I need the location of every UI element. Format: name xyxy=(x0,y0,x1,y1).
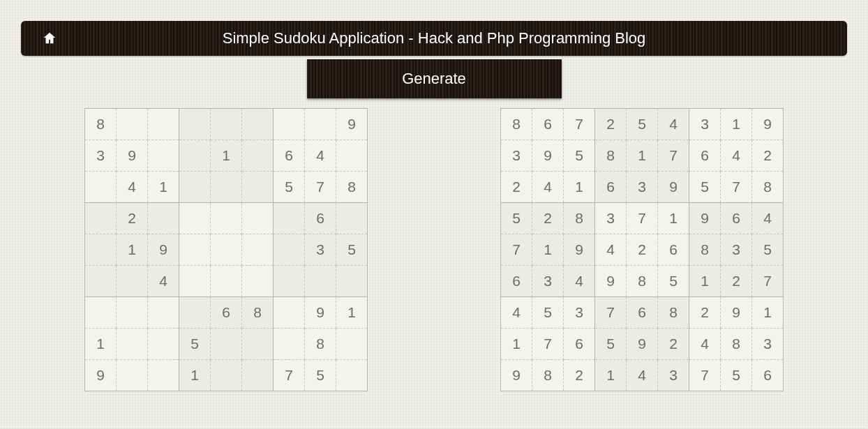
puzzle-cell[interactable] xyxy=(179,109,211,140)
puzzle-cell[interactable] xyxy=(117,297,148,329)
puzzle-cell[interactable] xyxy=(274,297,305,329)
puzzle-cell[interactable] xyxy=(336,360,368,391)
puzzle-cell[interactable] xyxy=(211,234,242,266)
puzzle-cell[interactable] xyxy=(117,266,148,297)
puzzle-cell[interactable] xyxy=(85,234,117,266)
puzzle-cell[interactable]: 1 xyxy=(336,297,368,329)
puzzle-cell[interactable]: 8 xyxy=(336,172,368,203)
puzzle-cell[interactable]: 5 xyxy=(274,172,305,203)
puzzle-cell[interactable]: 9 xyxy=(148,234,179,266)
solution-cell: 5 xyxy=(752,234,784,266)
solution-cell: 3 xyxy=(689,109,721,140)
puzzle-cell[interactable] xyxy=(305,109,336,140)
puzzle-cell[interactable] xyxy=(274,109,305,140)
puzzle-cell[interactable] xyxy=(211,203,242,234)
puzzle-cell[interactable]: 9 xyxy=(117,140,148,172)
puzzle-cell[interactable]: 8 xyxy=(85,109,117,140)
solution-cell: 3 xyxy=(564,297,595,329)
puzzle-cell[interactable]: 3 xyxy=(85,140,117,172)
puzzle-cell[interactable]: 9 xyxy=(305,297,336,329)
puzzle-cell[interactable]: 1 xyxy=(117,234,148,266)
puzzle-cell[interactable] xyxy=(274,329,305,360)
puzzle-cell[interactable] xyxy=(274,203,305,234)
puzzle-cell[interactable] xyxy=(336,329,368,360)
puzzle-cell[interactable] xyxy=(85,203,117,234)
solution-cell: 2 xyxy=(595,109,627,140)
puzzle-cell[interactable]: 4 xyxy=(148,266,179,297)
puzzle-cell[interactable] xyxy=(148,140,179,172)
puzzle-cell[interactable] xyxy=(211,266,242,297)
puzzle-cell[interactable] xyxy=(242,203,274,234)
puzzle-cell[interactable] xyxy=(211,360,242,391)
puzzle-cell[interactable] xyxy=(148,203,179,234)
solution-cell: 5 xyxy=(689,172,721,203)
puzzle-cell[interactable] xyxy=(179,297,211,329)
puzzle-cell[interactable]: 8 xyxy=(305,329,336,360)
solution-cell: 2 xyxy=(501,172,532,203)
puzzle-cell[interactable] xyxy=(242,172,274,203)
puzzle-cell[interactable]: 4 xyxy=(117,172,148,203)
solution-cell: 7 xyxy=(595,297,627,329)
puzzle-cell[interactable] xyxy=(242,109,274,140)
puzzle-cell[interactable] xyxy=(179,172,211,203)
puzzle-cell[interactable] xyxy=(85,297,117,329)
solution-cell: 1 xyxy=(564,172,595,203)
puzzle-cell[interactable]: 9 xyxy=(336,109,368,140)
puzzle-cell[interactable] xyxy=(117,109,148,140)
puzzle-cell[interactable] xyxy=(274,234,305,266)
puzzle-cell[interactable] xyxy=(274,266,305,297)
puzzle-cell[interactable]: 9 xyxy=(85,360,117,391)
puzzle-cell[interactable] xyxy=(85,266,117,297)
puzzle-cell[interactable]: 7 xyxy=(305,172,336,203)
puzzle-cell[interactable] xyxy=(336,140,368,172)
puzzle-cell[interactable] xyxy=(336,266,368,297)
puzzle-cell[interactable] xyxy=(148,109,179,140)
puzzle-cell[interactable] xyxy=(242,234,274,266)
solution-cell: 9 xyxy=(501,360,532,391)
puzzle-cell[interactable]: 7 xyxy=(274,360,305,391)
puzzle-cell[interactable] xyxy=(242,140,274,172)
puzzle-cell[interactable] xyxy=(117,329,148,360)
puzzle-cell[interactable] xyxy=(242,266,274,297)
puzzle-cell[interactable] xyxy=(148,297,179,329)
puzzle-cell[interactable]: 1 xyxy=(179,360,211,391)
puzzle-cell[interactable]: 2 xyxy=(117,203,148,234)
puzzle-cell[interactable] xyxy=(148,360,179,391)
home-icon[interactable] xyxy=(42,31,57,46)
puzzle-cell[interactable]: 5 xyxy=(336,234,368,266)
puzzle-cell[interactable]: 8 xyxy=(242,297,274,329)
puzzle-cell[interactable] xyxy=(242,360,274,391)
puzzle-cell[interactable] xyxy=(211,329,242,360)
puzzle-cell[interactable] xyxy=(305,266,336,297)
puzzle-cell[interactable]: 6 xyxy=(211,297,242,329)
puzzle-cell[interactable]: 1 xyxy=(148,172,179,203)
puzzle-cell[interactable]: 3 xyxy=(305,234,336,266)
solution-cell: 4 xyxy=(752,203,784,234)
puzzle-cell[interactable] xyxy=(179,266,211,297)
solution-cell: 3 xyxy=(721,234,752,266)
puzzle-cell[interactable] xyxy=(211,172,242,203)
puzzle-cell[interactable]: 6 xyxy=(274,140,305,172)
solution-cell: 8 xyxy=(689,234,721,266)
puzzle-cell[interactable] xyxy=(148,329,179,360)
puzzle-cell[interactable] xyxy=(179,140,211,172)
solution-cell: 3 xyxy=(658,360,689,391)
generate-button[interactable]: Generate xyxy=(307,59,562,98)
puzzle-cell[interactable]: 5 xyxy=(179,329,211,360)
puzzle-cell[interactable] xyxy=(179,203,211,234)
puzzle-cell[interactable]: 4 xyxy=(305,140,336,172)
solution-board: 8672543193958176422416395785283719647194… xyxy=(500,108,784,391)
puzzle-cell[interactable]: 5 xyxy=(305,360,336,391)
solution-cell: 8 xyxy=(564,203,595,234)
solution-cell: 3 xyxy=(501,140,532,172)
puzzle-cell[interactable] xyxy=(179,234,211,266)
solution-cell: 5 xyxy=(595,329,627,360)
puzzle-cell[interactable] xyxy=(117,360,148,391)
puzzle-cell[interactable]: 1 xyxy=(211,140,242,172)
puzzle-cell[interactable] xyxy=(211,109,242,140)
puzzle-cell[interactable] xyxy=(242,329,274,360)
puzzle-cell[interactable] xyxy=(336,203,368,234)
puzzle-cell[interactable]: 1 xyxy=(85,329,117,360)
puzzle-cell[interactable]: 6 xyxy=(305,203,336,234)
puzzle-cell[interactable] xyxy=(85,172,117,203)
